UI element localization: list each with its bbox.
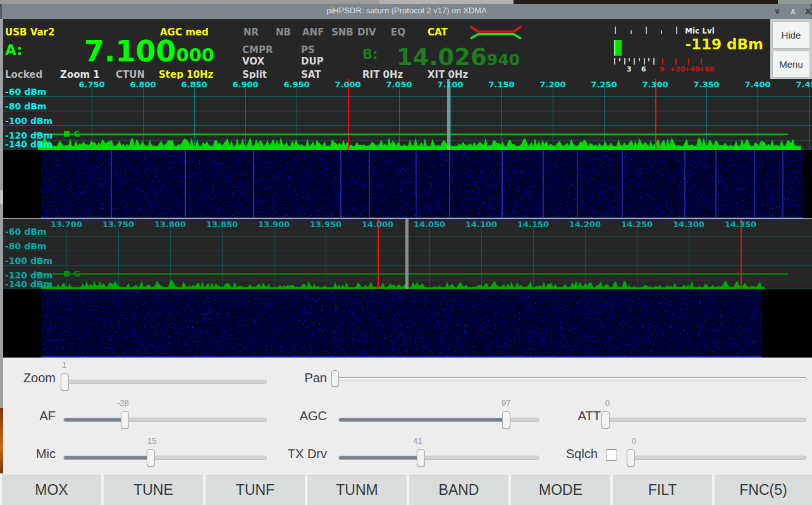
close-icon[interactable]: × xyxy=(802,5,812,18)
vfo-b-frequency[interactable]: 14.026940 xyxy=(397,46,520,69)
frequency-scale-label: 13.800 xyxy=(153,220,187,229)
side-button-panel: Hide Menu xyxy=(770,19,812,79)
mode-button[interactable]: MODE xyxy=(511,475,610,505)
frequency-scale-label: 14.000 xyxy=(360,220,395,229)
tunf-button[interactable]: TUNF xyxy=(206,475,305,505)
af-slider-label: AF xyxy=(11,409,56,423)
mode-filter-indicator: USB Var2 xyxy=(5,27,54,38)
ps-indicator: PS xyxy=(301,44,315,56)
s-scale-label-red: +20 xyxy=(670,65,686,73)
mox-button[interactable]: MOX xyxy=(2,475,101,505)
frequency-scale-label: 7.150 xyxy=(484,80,519,89)
menu-button[interactable]: Menu xyxy=(772,51,810,78)
frequency-scale-label: 6.900 xyxy=(228,80,262,89)
rx1-panadapter[interactable]: 6.7506.8006.8506.9006.9507.0007.0507.100… xyxy=(3,79,812,150)
frequency-scale-label: 13.700 xyxy=(49,220,83,229)
frequency-scale-label: 6.850 xyxy=(177,80,211,89)
zoom-slider[interactable] xyxy=(63,380,267,384)
frequency-scale-label: 7.000 xyxy=(331,80,365,89)
vfo-a-frequency[interactable]: 7.100000 xyxy=(84,37,214,66)
s-scale-label: 6 xyxy=(641,65,646,73)
dbm-scale-label: -80 dBm xyxy=(5,241,46,251)
minimize-icon[interactable]: ∨ xyxy=(771,5,784,18)
dbm-scale-label: -100 dBm xyxy=(5,256,52,266)
frequency-scale-label: 7.450 xyxy=(792,80,812,89)
rx1-waterfall[interactable] xyxy=(3,150,812,218)
s-scale-tick-red xyxy=(675,58,677,65)
frequency-scale-label: 13.850 xyxy=(205,220,239,229)
nb-indicator: NB xyxy=(276,27,291,38)
dbm-scale-label: -60 dBm xyxy=(5,87,46,97)
agc-marker: -G xyxy=(64,129,80,139)
af-slider[interactable] xyxy=(63,418,267,422)
vfo-b-label: B: xyxy=(362,47,378,62)
anf-indicator: ANF xyxy=(302,27,324,38)
pihpsdr-window: piHPSDR: saturn (Protocol 2 v17) on XDMA… xyxy=(0,0,812,505)
agc-gain-slider[interactable] xyxy=(338,418,539,422)
cat-indicator: CAT xyxy=(428,27,448,38)
mic-slider-value: 15 xyxy=(147,436,156,446)
meter-tick xyxy=(676,27,677,34)
tuning-cursor[interactable] xyxy=(405,219,409,289)
maximize-icon[interactable]: ∧ xyxy=(787,5,799,18)
titlebar[interactable]: piHPSDR: saturn (Protocol 2 v17) on XDMA… xyxy=(0,4,812,19)
s-scale-tick-red xyxy=(688,58,689,65)
frequency-scale-label: 6.950 xyxy=(280,80,314,89)
squelch-slider[interactable] xyxy=(629,456,806,460)
hide-button[interactable]: Hide xyxy=(772,22,810,49)
frequency-scale-label: 7.250 xyxy=(587,80,621,89)
s-scale-label-red: +60 xyxy=(699,65,715,73)
dup-indicator: DUP xyxy=(301,56,324,67)
squelch-slider-label: Sqlch xyxy=(553,447,598,461)
att-slider-label: ATT xyxy=(553,409,601,423)
tx-drive-slider-label: TX Drv xyxy=(275,447,327,461)
frequency-scale-label: 7.200 xyxy=(536,80,570,89)
dbm-scale-label: -140 dBm xyxy=(5,139,52,149)
band-edge-line xyxy=(741,219,742,289)
pan-slider[interactable] xyxy=(334,377,807,380)
dbm-scale-label: -100 dBm xyxy=(5,116,52,126)
tunm-button[interactable]: TUNM xyxy=(307,475,407,505)
s-scale-label-red: 9 xyxy=(660,65,665,73)
slider-panel: Zoom 1 Pan AF -28 AGC 97 ATT 0 Mic 15 TX… xyxy=(3,358,812,473)
att-slider[interactable] xyxy=(604,418,806,422)
tx-drive-slider-value: 41 xyxy=(413,436,422,446)
agc-gain-slider-label: AGC xyxy=(275,409,327,423)
agc-line xyxy=(36,273,788,275)
dbm-scale-label: -80 dBm xyxy=(5,101,46,111)
tx-drive-slider[interactable] xyxy=(338,456,539,460)
band-button[interactable]: BAND xyxy=(409,475,508,505)
frequency-scale-label: 6.800 xyxy=(126,80,160,89)
mic-slider-label: Mic xyxy=(11,447,56,461)
frequency-scale-label: 7.400 xyxy=(741,80,775,89)
s-meter-bar xyxy=(614,40,622,56)
fnc-button[interactable]: FNC(5) xyxy=(715,475,812,505)
frequency-scale-label: 13.950 xyxy=(309,220,343,229)
band-edge-line xyxy=(348,79,349,150)
s-scale-tick xyxy=(634,58,635,65)
mic-level-ticks xyxy=(609,25,684,34)
frequency-scale-label: 6.750 xyxy=(75,80,109,89)
tune-button[interactable]: TUNE xyxy=(104,475,203,505)
eq-indicator: EQ xyxy=(391,27,405,38)
frequency-scale-label: 7.050 xyxy=(382,80,416,89)
band-edge-line xyxy=(655,79,656,150)
meter-tick xyxy=(661,30,662,34)
filt-button[interactable]: FILT xyxy=(613,475,712,505)
tuning-cursor[interactable] xyxy=(447,79,450,150)
s-scale-tick-red xyxy=(701,58,702,65)
rx2-waterfall[interactable] xyxy=(3,290,812,358)
rx2-panadapter[interactable]: 13.70013.75013.80013.85013.90013.95014.0… xyxy=(3,218,812,289)
agc-gain-slider-value: 97 xyxy=(501,398,510,408)
s-scale-tick xyxy=(653,58,655,65)
bottom-button-bar: MOX TUNE TUNF TUNM BAND MODE FILT FNC(5) xyxy=(0,473,812,505)
af-slider-value: -28 xyxy=(117,398,129,408)
nr-indicator: NR xyxy=(243,27,259,38)
squelch-checkbox[interactable] xyxy=(606,449,617,461)
spectrum-trace xyxy=(3,79,812,150)
mic-slider[interactable] xyxy=(63,456,267,460)
s-scale-tick xyxy=(614,58,615,65)
frequency-scale-label: 14.200 xyxy=(568,220,602,229)
s-scale-tick xyxy=(619,58,620,61)
frequency-scale-label: 13.900 xyxy=(257,220,291,229)
